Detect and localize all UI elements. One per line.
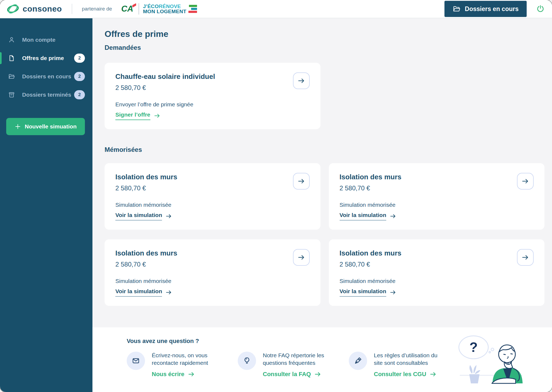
dossiers-en-cours-button[interactable]: Dossiers en cours xyxy=(444,1,527,17)
view-simulation-link[interactable]: Voir la simulation xyxy=(340,212,396,220)
partner-prefix-label: partenaire de xyxy=(82,6,112,12)
question-bubble: ? xyxy=(458,335,489,359)
nous-ecrire-link[interactable]: Nous écrire xyxy=(152,370,195,378)
footer-item-text: Les règles d’utilisation du site sont co… xyxy=(374,352,447,367)
sign-offer-link[interactable]: Signer l’offre xyxy=(115,111,161,120)
footer-item-text: Notre FAQ répertorie les questions fréqu… xyxy=(263,352,336,367)
arrow-right-icon xyxy=(297,253,305,261)
section-demandees-heading: Demandées xyxy=(105,44,544,51)
sidebar-item-mon-compte[interactable]: Mon compte xyxy=(0,31,92,49)
offer-card: Isolation des murs 2 580,70 € Simulation… xyxy=(329,239,545,306)
consoneo-brand[interactable]: consoneo xyxy=(6,4,62,14)
help-footer: Vous avez une question ? Écrivez-nous, o… xyxy=(92,327,552,392)
view-simulation-link[interactable]: Voir la simulation xyxy=(340,288,396,297)
brand-name: consoneo xyxy=(23,4,62,13)
app-window: consoneo partenaire de CA J’ÉCORÉNOVE MO… xyxy=(0,0,552,392)
folder-open-icon xyxy=(453,5,461,13)
sidebar-item-offres-de-prime[interactable]: Offres de prime 2 xyxy=(0,49,92,67)
offer-note: Simulation mémorisée xyxy=(115,278,310,284)
offer-card: Chauffe-eau solaire individuel 2 580,70 … xyxy=(105,63,320,129)
main-content: Offres de prime Demandées Chauffe-eau so… xyxy=(92,18,552,327)
open-offer-button[interactable] xyxy=(517,173,534,190)
dossiers-termines-badge: 2 xyxy=(74,90,85,99)
header-divider xyxy=(72,4,72,14)
offer-card: Isolation des murs 2 580,70 € Simulation… xyxy=(329,163,545,230)
offres-count-badge: 2 xyxy=(74,54,85,63)
open-offer-button[interactable] xyxy=(293,173,310,190)
arrow-right-icon xyxy=(297,77,305,85)
consoneo-logo-icon xyxy=(6,4,19,14)
power-icon xyxy=(536,4,545,13)
sidebar-item-label: Offres de prime xyxy=(22,55,64,61)
offer-title: Isolation des murs xyxy=(340,173,402,181)
document-icon xyxy=(8,54,16,62)
sidebar-item-label: Dossiers terminés xyxy=(22,92,71,98)
arrow-right-icon xyxy=(165,213,172,220)
offer-note: Simulation mémorisée xyxy=(340,202,534,208)
open-offer-button[interactable] xyxy=(517,249,534,266)
new-simulation-button[interactable]: Nouvelle simuation xyxy=(6,118,85,135)
thinking-person-illustration: ? xyxy=(458,331,524,390)
offer-price: 2 580,70 € xyxy=(115,184,177,192)
view-simulation-link[interactable]: Voir la simulation xyxy=(115,288,172,297)
jeco-line2: MON LOGEMENT xyxy=(143,9,186,14)
user-icon xyxy=(8,36,16,44)
dossiers-button-label: Dossiers en cours xyxy=(465,5,519,13)
consulter-faq-link[interactable]: Consulter la FAQ xyxy=(263,370,322,378)
consulter-cgu-link[interactable]: Consulter les CGU xyxy=(374,370,437,378)
sidebar-item-label: Mon compte xyxy=(22,37,56,43)
folder-open-icon xyxy=(8,73,16,80)
arrow-right-icon xyxy=(521,177,529,185)
top-bar: consoneo partenaire de CA J’ÉCORÉNOVE MO… xyxy=(0,0,552,18)
offer-note: Envoyer l’offre de prime signée xyxy=(115,101,310,108)
logout-power-button[interactable] xyxy=(536,4,545,13)
sidebar-item-label: Dossiers en cours xyxy=(22,73,71,80)
arrow-right-icon xyxy=(188,370,195,378)
open-offer-button[interactable] xyxy=(293,249,310,266)
section-memorisees-heading: Mémorisées xyxy=(105,146,544,153)
offer-price: 2 580,70 € xyxy=(115,84,215,92)
offer-title: Isolation des murs xyxy=(115,249,177,257)
offer-price: 2 580,70 € xyxy=(340,184,402,192)
archive-box-icon xyxy=(8,91,16,99)
energy-bars-icon xyxy=(188,5,197,13)
offer-card: Isolation des murs 2 580,70 € Simulation… xyxy=(105,163,320,230)
memorisees-section: Isolation des murs 2 580,70 € Simulation… xyxy=(105,163,544,306)
sidebar-item-dossiers-termines[interactable]: Dossiers terminés 2 xyxy=(0,86,92,104)
arrow-right-icon xyxy=(314,370,322,378)
new-simulation-label: Nouvelle simuation xyxy=(25,123,77,130)
footer-item-contact: Écrivez-nous, on vous recontacte rapidem… xyxy=(127,352,238,378)
open-offer-button[interactable] xyxy=(293,72,310,89)
arrow-right-icon xyxy=(297,177,305,185)
view-simulation-link[interactable]: Voir la simulation xyxy=(115,212,172,220)
arrow-right-icon xyxy=(429,370,437,378)
arrow-right-icon xyxy=(521,253,529,261)
dossiers-en-cours-badge: 2 xyxy=(74,72,85,81)
arrow-right-icon xyxy=(154,112,161,119)
offer-card: Isolation des murs 2 580,70 € Simulation… xyxy=(105,239,320,306)
footer-item-cgu: Les règles d’utilisation du site sont co… xyxy=(349,352,460,378)
footer-item-text: Écrivez-nous, on vous recontacte rapidem… xyxy=(152,352,225,367)
sidebar: Mon compte Offres de prime 2 xyxy=(0,18,92,392)
jeco-line1b: RÉNOVE xyxy=(159,4,181,9)
arrow-right-icon xyxy=(165,289,172,296)
offer-price: 2 580,70 € xyxy=(115,261,177,268)
offer-title: Chauffe-eau solaire individuel xyxy=(115,72,215,81)
demandees-section: Chauffe-eau solaire individuel 2 580,70 … xyxy=(105,63,544,129)
offer-title: Isolation des murs xyxy=(115,173,177,181)
page-title: Offres de prime xyxy=(105,29,544,39)
arrow-right-icon xyxy=(389,213,396,220)
logo-divider xyxy=(139,3,139,15)
envelope-icon xyxy=(127,352,145,370)
offer-note: Simulation mémorisée xyxy=(340,278,534,284)
offer-note: Simulation mémorisée xyxy=(115,202,310,208)
sidebar-item-dossiers-en-cours[interactable]: Dossiers en cours 2 xyxy=(0,67,92,86)
plus-icon xyxy=(15,123,21,130)
offer-price: 2 580,70 € xyxy=(340,261,402,268)
jeco-line1a: J’ÉCO xyxy=(143,4,159,9)
credit-agricole-logo: CA xyxy=(121,4,136,14)
footer-item-faq: Notre FAQ répertorie les questions fréqu… xyxy=(238,352,349,378)
lightbulb-icon xyxy=(238,352,256,370)
pen-icon xyxy=(349,352,367,370)
arrow-right-icon xyxy=(389,289,396,296)
